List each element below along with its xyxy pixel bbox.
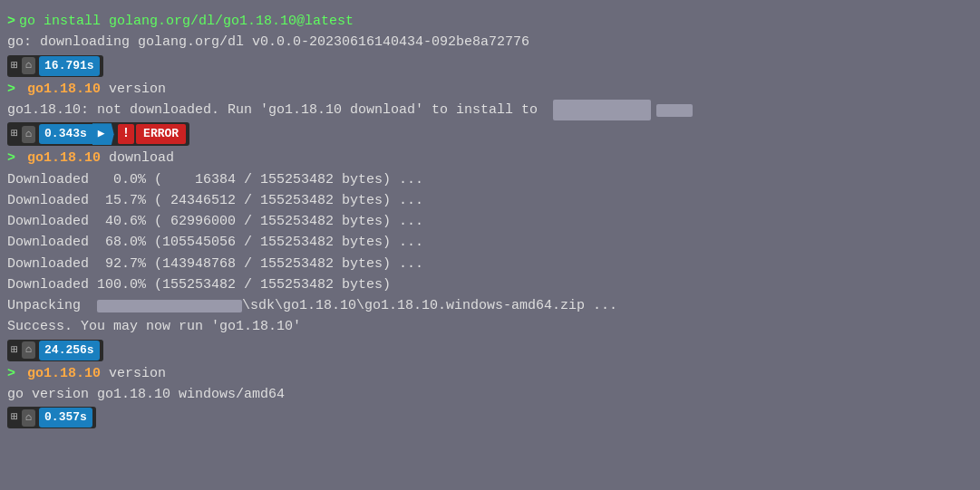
windows-icon-2: ⊞	[11, 125, 18, 143]
download-line-4: Downloaded 68.0% (105545056 / 155253482 …	[7, 232, 973, 253]
command-line-1: > go install golang.org/dl/go1.18.10@lat…	[7, 11, 973, 32]
home-icon-3: ⌂	[22, 341, 35, 359]
download-line-2: Downloaded 15.7% ( 24346512 / 155253482 …	[7, 190, 973, 211]
prompt-arrow-4: >	[7, 363, 15, 384]
success-line: Success. You may now run 'go1.18.10'	[7, 316, 973, 337]
home-icon-4: ⌂	[22, 409, 35, 427]
command-text-4: go1.18.10	[19, 363, 101, 384]
timing-line-error: ⊞ ⌂ 0.343s ▶ ! ERROR	[7, 120, 973, 148]
timing-value-error: 0.343s	[39, 124, 92, 144]
command-line-3: > go1.18.10 download	[7, 148, 973, 168]
download-text-3: Downloaded 40.6% ( 62996000 / 155253482 …	[7, 211, 423, 232]
command-arg-3: download	[101, 148, 174, 168]
timing-line-3: ⊞ ⌂ 0.357s	[7, 405, 973, 430]
timing-line-2: ⊞ ⌂ 24.256s	[7, 338, 973, 363]
output-line-1: go: downloading golang.org/dl v0.0.0-202…	[7, 32, 973, 53]
unpacking-suffix: \sdk\go1.18.10\go1.18.10.windows-amd64.z…	[242, 295, 617, 316]
windows-icon-1: ⊞	[11, 57, 18, 75]
timing-bar-1: ⊞ ⌂ 16.791s	[7, 55, 103, 77]
download-text-1: Downloaded 0.0% ( 16384 / 155253482 byte…	[7, 169, 423, 190]
home-icon-2: ⌂	[22, 126, 35, 143]
command-arg-4: version	[101, 363, 166, 384]
blurred-path-1	[553, 100, 651, 120]
output-line-error: go1.18.10: not downloaded. Run 'go1.18.1…	[7, 100, 973, 120]
output-text-error: go1.18.10: not downloaded. Run 'go1.18.1…	[7, 100, 538, 120]
windows-icon-4: ⊞	[11, 408, 18, 427]
download-text-4: Downloaded 68.0% (105545056 / 155253482 …	[7, 232, 423, 253]
command-text-1: go install golang.org/dl/go1.18.10@lates…	[19, 11, 354, 32]
success-text: Success. You may now run 'go1.18.10'	[7, 316, 301, 337]
command-line-4: > go1.18.10 version	[7, 363, 973, 384]
command-text-3: go1.18.10	[19, 148, 101, 168]
blurred-path-2	[656, 104, 693, 117]
download-text-6: Downloaded 100.0% (155253482 / 155253482…	[7, 274, 391, 295]
timing-value-2: 24.256s	[39, 341, 100, 360]
download-line-3: Downloaded 40.6% ( 62996000 / 155253482 …	[7, 211, 973, 232]
error-arrow: ▶	[92, 123, 114, 145]
download-text-2: Downloaded 15.7% ( 24346512 / 155253482 …	[7, 190, 423, 211]
error-exclaim-icon: !	[118, 124, 134, 144]
timing-value-3: 0.357s	[39, 408, 92, 428]
prompt-arrow-1: >	[7, 11, 15, 32]
timing-bar-3: ⊞ ⌂ 0.357s	[7, 407, 96, 428]
terminal-window: > go install golang.org/dl/go1.18.10@lat…	[0, 7, 980, 490]
error-label: ERROR	[136, 124, 186, 144]
windows-icon-3: ⊞	[11, 341, 18, 360]
download-line-5: Downloaded 92.7% (143948768 / 155253482 …	[7, 254, 973, 274]
command-text-2: go1.18.10	[19, 79, 101, 100]
timing-line-1: ⊞ ⌂ 16.791s	[7, 53, 973, 79]
unpacking-prefix: Unpacking	[7, 295, 97, 316]
blurred-install-path	[97, 300, 242, 312]
timing-bar-error: ⊞ ⌂ 0.343s ▶ ! ERROR	[7, 122, 189, 146]
prompt-arrow-3: >	[7, 148, 15, 168]
timing-bar-2: ⊞ ⌂ 24.256s	[7, 340, 103, 361]
download-line-6: Downloaded 100.0% (155253482 / 155253482…	[7, 274, 973, 295]
command-arg-2: version	[101, 79, 166, 100]
unpacking-line: Unpacking \sdk\go1.18.10\go1.18.10.windo…	[7, 295, 973, 316]
download-text-5: Downloaded 92.7% (143948768 / 155253482 …	[7, 254, 423, 274]
timing-value-1: 16.791s	[39, 56, 100, 76]
version-output-text: go version go1.18.10 windows/amd64	[7, 384, 285, 405]
prompt-arrow-2: >	[7, 79, 15, 100]
home-icon-1: ⌂	[22, 57, 35, 74]
command-line-2: > go1.18.10 version	[7, 79, 973, 100]
download-line-1: Downloaded 0.0% ( 16384 / 155253482 byte…	[7, 169, 973, 190]
output-text-1: go: downloading golang.org/dl v0.0.0-202…	[7, 32, 529, 53]
version-output-line: go version go1.18.10 windows/amd64	[7, 384, 973, 405]
